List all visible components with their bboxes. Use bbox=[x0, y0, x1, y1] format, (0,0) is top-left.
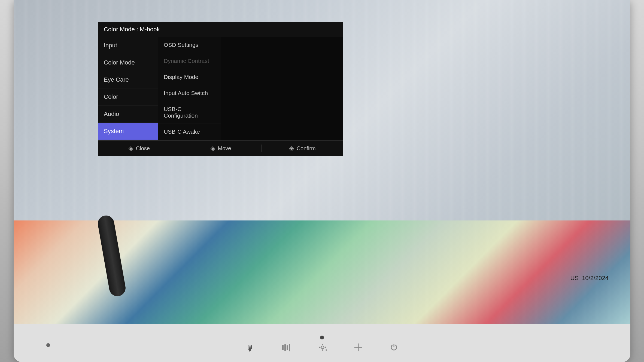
taskbar-corner: US 10/2/2024 bbox=[570, 275, 609, 282]
move-icon: ◈ bbox=[210, 145, 215, 152]
nav-item-color[interactable]: Color bbox=[98, 88, 158, 106]
nav-item-input[interactable]: Input bbox=[98, 37, 158, 54]
bottom-move[interactable]: ◈ Move bbox=[180, 145, 262, 152]
bottom-close[interactable]: ◈ Close bbox=[98, 145, 180, 152]
svg-rect-0 bbox=[282, 345, 284, 350]
nav-item-color-mode[interactable]: Color Mode bbox=[98, 54, 158, 71]
content-item-osd-settings[interactable]: OSD Settings bbox=[158, 37, 221, 53]
nav-item-audio[interactable]: Audio bbox=[98, 106, 158, 123]
confirm-icon: ◈ bbox=[289, 145, 294, 152]
svg-rect-3 bbox=[289, 344, 290, 351]
bezel-button-bars[interactable] bbox=[282, 343, 291, 354]
svg-point-4 bbox=[321, 346, 324, 349]
content-item-dynamic-contrast: Dynamic Contrast bbox=[158, 53, 221, 69]
svg-point-5 bbox=[322, 344, 323, 345]
bezel-buttons: 🎙 B bbox=[246, 343, 398, 354]
osd-content: OSD Settings Dynamic Contrast Display Mo… bbox=[158, 37, 221, 140]
svg-text:B: B bbox=[325, 348, 327, 352]
content-item-usbc-configuration[interactable]: USB-C Configuration bbox=[158, 101, 221, 124]
content-item-usbc-awake[interactable]: USB-C Awake bbox=[158, 124, 221, 140]
confirm-label: Confirm bbox=[297, 145, 316, 152]
svg-point-6 bbox=[322, 349, 323, 351]
osd-nav: Input Color Mode Eye Care Color Audio Sy… bbox=[98, 37, 158, 140]
bezel-button-power[interactable] bbox=[390, 343, 398, 354]
osd-bottom-bar: ◈ Close ◈ Move ◈ Confirm bbox=[98, 140, 343, 156]
osd-menu: Color Mode : M-book Input Color Mode Eye… bbox=[98, 22, 343, 156]
osd-body: Input Color Mode Eye Care Color Audio Sy… bbox=[98, 37, 343, 140]
content-item-display-mode[interactable]: Display Mode bbox=[158, 69, 221, 85]
nav-item-system[interactable]: System bbox=[98, 123, 158, 140]
close-icon: ◈ bbox=[128, 145, 133, 152]
bezel-dot-center bbox=[320, 336, 324, 339]
svg-rect-2 bbox=[287, 345, 288, 350]
bottom-confirm[interactable]: ◈ Confirm bbox=[262, 145, 343, 152]
move-label: Move bbox=[218, 145, 231, 152]
taskbar-locale: US bbox=[570, 275, 579, 282]
bezel-button-settings[interactable]: B bbox=[318, 343, 327, 354]
bezel-button-mic[interactable]: 🎙 bbox=[246, 343, 254, 354]
nav-item-eye-care[interactable]: Eye Care bbox=[98, 71, 158, 88]
taskbar-datetime: 10/2/2024 bbox=[582, 275, 609, 282]
close-label: Close bbox=[136, 145, 150, 152]
bezel-dot-left bbox=[46, 343, 50, 347]
osd-title: Color Mode : M-book bbox=[98, 22, 343, 37]
svg-point-7 bbox=[319, 347, 321, 348]
bezel-button-plus[interactable] bbox=[354, 343, 362, 354]
monitor-bezel: 🎙 B bbox=[14, 324, 630, 362]
svg-point-8 bbox=[325, 347, 326, 348]
svg-rect-1 bbox=[284, 344, 286, 351]
monitor-screen: Color Mode : M-book Input Color Mode Eye… bbox=[14, 0, 630, 324]
content-item-input-auto-switch[interactable]: Input Auto Switch bbox=[158, 85, 221, 101]
osd-right-panel bbox=[221, 37, 343, 140]
monitor-frame: Color Mode : M-book Input Color Mode Eye… bbox=[14, 0, 630, 362]
